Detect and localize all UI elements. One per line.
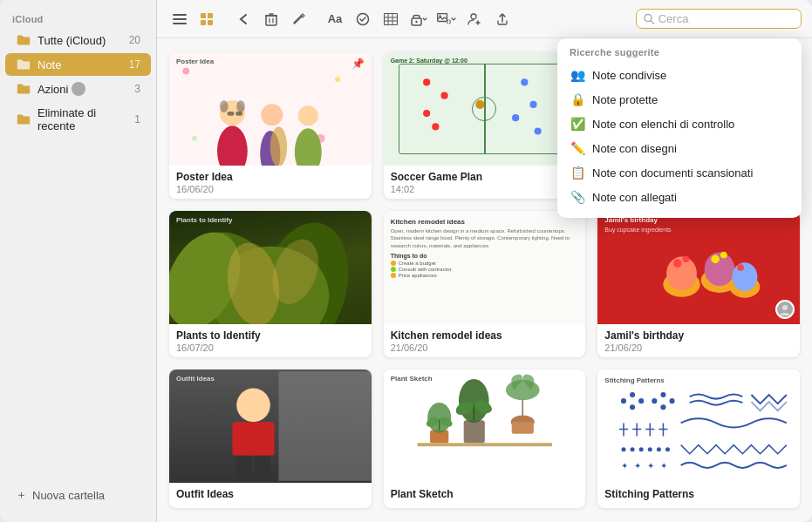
soccer-note-label: Game 2: Saturday @ 12:00 <box>391 58 467 64</box>
svg-point-67 <box>720 252 727 259</box>
svg-point-32 <box>220 100 229 112</box>
suggestion-protette[interactable]: 🔒 Note protette <box>557 87 802 112</box>
svg-rect-5 <box>201 20 206 25</box>
format-button[interactable]: Aa <box>323 7 347 31</box>
suggestions-title: Ricerche suggerite <box>557 47 802 63</box>
plant-sketch-preview-bg: Plant Sketch <box>384 369 586 483</box>
export-icon <box>496 12 508 26</box>
suggestion-allegati[interactable]: 📎 Note con allegati <box>557 185 802 209</box>
svg-rect-74 <box>232 422 274 456</box>
jamil-person-icon <box>779 303 791 315</box>
stitching-preview-bg: Stitching Patterns <box>597 369 800 483</box>
note-card-stitching[interactable]: Stitching Patterns <box>597 369 800 508</box>
search-box <box>636 9 802 29</box>
suggestion-label-controllo: Note con elenchi di controllo <box>592 118 734 131</box>
soccer-dots <box>399 64 570 153</box>
svg-point-111 <box>648 447 652 451</box>
note-card-plants[interactable]: Plants to Identify Plants to Identify 16… <box>169 211 372 357</box>
toolbar-sep-2 <box>317 11 317 27</box>
svg-point-45 <box>521 78 528 85</box>
note-card-plant-sketch[interactable]: Plant Sketch <box>384 369 586 508</box>
check-label-2: Consult with contractor <box>399 267 452 272</box>
suggestion-label-protette: Note protette <box>592 93 658 106</box>
svg-rect-0 <box>173 14 187 16</box>
sidebar-item-note[interactable]: Note 17 <box>5 53 151 76</box>
trash-icon <box>265 12 277 26</box>
share-button[interactable] <box>462 7 487 31</box>
suggestion-controllo[interactable]: ✅ Note con elenchi di controllo <box>557 112 802 136</box>
new-folder-button[interactable]: ＋ Nuova cartella <box>10 484 110 506</box>
note-title-stitching: Stitching Patterns <box>604 488 793 500</box>
svg-rect-83 <box>463 420 484 443</box>
plant-sketch-svg <box>384 369 586 483</box>
soccer-preview-bg: Game 2: Saturday @ 12:00 <box>384 52 586 166</box>
svg-rect-13 <box>385 13 398 24</box>
new-folder-label: Nuova cartella <box>32 489 105 502</box>
svg-rect-1 <box>173 18 187 20</box>
export-button[interactable] <box>490 7 515 31</box>
note-date-poster: 16/06/20 <box>176 184 365 194</box>
note-card-kitchen[interactable]: Kitchen remodel ideas Open, modern kitch… <box>384 211 586 357</box>
sidebar-item-azioni-count: 3 <box>134 83 140 95</box>
outfit-preview-bg: Outfit Ideas <box>169 369 372 483</box>
kitchen-preview-bg: Kitchen remodel ideas Open, modern kitch… <box>384 211 586 324</box>
svg-point-110 <box>639 447 644 451</box>
plants-preview-bg: Plants to Identify <box>169 211 372 324</box>
note-card-soccer[interactable]: Game 2: Saturday @ 12:00 <box>384 52 586 199</box>
back-button[interactable] <box>231 7 256 31</box>
svg-point-95 <box>630 404 635 410</box>
main-area: Aa <box>157 0 812 522</box>
pin-icon: 📌 <box>351 58 365 70</box>
note-card-info-outfit: Outfit Ideas <box>169 483 372 508</box>
note-card-poster-idea[interactable]: Poster Idea 📌 <box>169 52 372 199</box>
folder-icon-eliminate <box>16 112 31 126</box>
svg-point-98 <box>670 398 675 403</box>
check-label-3: Price appliances <box>399 273 437 278</box>
svg-rect-3 <box>201 13 206 18</box>
compose-button[interactable] <box>287 7 311 31</box>
svg-rect-72 <box>278 371 371 480</box>
delete-button[interactable] <box>259 7 283 31</box>
table-button[interactable] <box>379 7 403 31</box>
svg-point-62 <box>673 259 682 268</box>
back-icon <box>239 13 248 25</box>
search-input[interactable] <box>658 12 794 25</box>
note-card-info-poster: Poster Idea 16/06/20 <box>169 166 372 199</box>
suggestion-icon-disegni: ✏️ <box>570 141 585 155</box>
suggestion-disegni[interactable]: ✏️ Note con disegni <box>557 136 802 160</box>
list-view-button[interactable] <box>167 7 192 31</box>
note-title-plants: Plants to Identify <box>176 329 365 342</box>
poster-note-label: Poster Idea <box>176 58 214 65</box>
sidebar-item-eliminate[interactable]: Eliminate di recente 1 <box>5 102 151 137</box>
sidebar-item-all-label: Tutte (iCloud) <box>38 34 106 47</box>
svg-rect-40 <box>235 112 242 116</box>
check-dot-1 <box>391 261 396 266</box>
jamil-preview-bg: Jamil's birthday Buy cupcake ingredients <box>597 211 800 324</box>
suggestion-condivise[interactable]: 👥 Note condivise <box>557 63 802 87</box>
suggestion-icon-condivise: 👥 <box>570 68 585 82</box>
lock-icon <box>411 12 422 26</box>
sidebar-item-all[interactable]: Tutte (iCloud) 20 <box>5 29 151 51</box>
note-card-outfit[interactable]: Outfit Ideas Outfit Ideas <box>169 369 372 508</box>
grid-view-button[interactable] <box>195 7 220 31</box>
checklist-button[interactable] <box>351 7 375 31</box>
suggestion-scansionati[interactable]: 📋 Note con documenti scansionati <box>557 160 802 185</box>
media-button[interactable] <box>434 7 459 31</box>
svg-point-109 <box>631 447 635 451</box>
suggestion-label-disegni: Note con disegni <box>592 142 677 155</box>
svg-point-33 <box>236 100 245 112</box>
sidebar-item-note-label: Note <box>38 58 61 71</box>
note-card-info-plants: Plants to Identify 16/07/20 <box>169 324 372 357</box>
svg-rect-39 <box>228 112 235 116</box>
svg-point-47 <box>512 114 519 121</box>
lock-button[interactable] <box>406 7 431 31</box>
suggestion-label-scansionati: Note con documenti scansionati <box>592 166 753 180</box>
svg-point-112 <box>657 447 661 451</box>
sidebar-item-azioni[interactable]: Azioni 3 <box>5 78 151 100</box>
poster-preview-bg: Poster Idea 📌 <box>169 52 372 166</box>
kitchen-check-3: Price appliances <box>391 273 579 278</box>
note-card-jamil[interactable]: Jamil's birthday Buy cupcake ingredients <box>597 211 800 357</box>
kitchen-check-2: Consult with contractor <box>391 267 579 272</box>
svg-point-108 <box>622 447 626 451</box>
svg-point-38 <box>298 105 318 125</box>
